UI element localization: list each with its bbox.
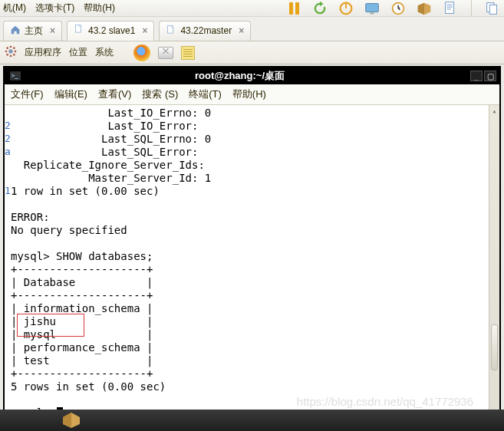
- terminal-line: Replicate_Ignore_Server_Ids:: [11, 159, 496, 172]
- shutdown-icon[interactable]: [338, 0, 354, 17]
- package-icon[interactable]: [416, 0, 433, 17]
- tab-master-close[interactable]: ×: [239, 25, 244, 36]
- terminal-body[interactable]: 2 2 a 1 Last_IO_Errno: 0 Last_IO_Error: …: [5, 105, 499, 418]
- terminal-line: [11, 237, 496, 250]
- terminal-line: +--------------------+: [11, 289, 496, 302]
- terminal-line: [11, 198, 496, 211]
- svg-rect-7: [489, 5, 496, 14]
- svg-point-12: [10, 55, 12, 58]
- terminal-line: mysql> SHOW databases;: [11, 250, 496, 263]
- svg-rect-5: [446, 2, 454, 13]
- system-menu[interactable]: 系统: [95, 46, 114, 59]
- taskbar-app-icon[interactable]: [61, 411, 81, 428]
- terminal-line: Last_SQL_Error:: [11, 146, 496, 159]
- tab-slave-label: 43.2 slave1: [88, 25, 135, 36]
- terminal-titlebar[interactable]: >_ root@zhang:~/桌面 _ ▢: [5, 67, 499, 84]
- mail-icon[interactable]: [158, 47, 173, 59]
- term-menu-view[interactable]: 查看(V): [98, 87, 131, 101]
- pause-icon[interactable]: [285, 0, 302, 17]
- terminal-scrollbar[interactable]: ▴ ▾: [489, 105, 499, 418]
- svg-point-16: [13, 54, 15, 56]
- terminal-line: ERROR:: [11, 211, 496, 224]
- terminal-line: | jishu |: [11, 315, 496, 328]
- menu-help[interactable]: 帮助(H): [84, 2, 115, 15]
- tab-master[interactable]: 43.22master ×: [159, 21, 251, 41]
- svg-point-15: [6, 47, 8, 49]
- gutter-num: 2: [5, 132, 11, 145]
- terminal-app-icon: >_: [5, 71, 26, 81]
- app-menu-bar: 机(M) 选项卡(T) 帮助(H): [0, 0, 504, 17]
- terminal-line: | test |: [11, 354, 496, 367]
- terminal-line: Last_IO_Error:: [11, 120, 496, 133]
- term-menu-file[interactable]: 文件(F): [11, 87, 44, 101]
- terminal-window: >_ root@zhang:~/桌面 _ ▢ 文件(F) 编辑(E) 查看(V)…: [3, 66, 501, 419]
- minimize-button[interactable]: _: [470, 71, 483, 81]
- tab-master-label: 43.22master: [180, 25, 232, 36]
- terminal-line: Last_SQL_Errno: 0: [11, 133, 496, 146]
- gutter-num: a: [5, 145, 11, 158]
- terminal-line: | information_schema |: [11, 302, 496, 315]
- tab-slave-close[interactable]: ×: [142, 25, 147, 36]
- places-menu[interactable]: 位置: [69, 46, 87, 59]
- svg-point-13: [5, 51, 8, 53]
- svg-point-11: [10, 46, 12, 48]
- terminal-line: 1 row in set (0.00 sec): [11, 185, 496, 198]
- gutter-num: 1: [5, 184, 11, 197]
- doc-icon[interactable]: [442, 0, 459, 17]
- menu-tabs[interactable]: 选项卡(T): [35, 2, 74, 15]
- page-icon: [74, 24, 84, 37]
- document-tabs: 主页 × 43.2 slave1 × 43.22master ×: [0, 17, 504, 41]
- firefox-icon[interactable]: [133, 44, 150, 61]
- svg-point-17: [6, 54, 8, 56]
- svg-rect-1: [345, 2, 347, 8]
- toolbar-separator: [471, 0, 472, 17]
- terminal-line: 5 rows in set (0.00 sec): [11, 380, 496, 393]
- scroll-thumb[interactable]: [491, 324, 498, 370]
- guest-taskbar[interactable]: [0, 410, 504, 431]
- page-icon: [166, 25, 176, 38]
- home-icon: [10, 25, 21, 38]
- term-menu-help[interactable]: 帮助(H): [232, 87, 266, 101]
- terminal-line: Last_IO_Errno: 0: [11, 107, 496, 120]
- term-menu-search[interactable]: 搜索 (S): [142, 87, 178, 101]
- svg-point-18: [13, 47, 15, 49]
- terminal-line: +--------------------+: [11, 367, 496, 380]
- svg-text:>_: >_: [12, 72, 19, 79]
- tab-home-label: 主页: [25, 25, 43, 38]
- system-gear-icon[interactable]: [5, 45, 17, 60]
- notes-icon[interactable]: [181, 46, 195, 60]
- svg-rect-3: [370, 12, 374, 14]
- reload-green-icon[interactable]: [311, 0, 328, 17]
- scroll-up-arrow[interactable]: ▴: [489, 105, 499, 116]
- tab-home-close[interactable]: ×: [50, 25, 55, 36]
- terminal-line: | mysql |: [11, 328, 496, 341]
- terminal-line: | Database |: [11, 276, 496, 289]
- terminal-line: [11, 393, 496, 406]
- copy-doc-icon[interactable]: [484, 0, 501, 17]
- terminal-line: +--------------------+: [11, 263, 496, 276]
- tab-slave[interactable]: 43.2 slave1 ×: [67, 21, 154, 41]
- terminal-menubar: 文件(F) 编辑(E) 查看(V) 搜索 (S) 终端(T) 帮助(H): [5, 84, 499, 105]
- term-menu-terminal[interactable]: 终端(T): [189, 87, 222, 101]
- terminal-line: | performance_schema |: [11, 341, 496, 354]
- tab-home[interactable]: 主页 ×: [3, 21, 62, 41]
- terminal-line: No query specified: [11, 224, 496, 237]
- terminal-title: root@zhang:~/桌面: [26, 69, 453, 83]
- maximize-button[interactable]: ▢: [484, 71, 496, 81]
- menu-machine[interactable]: 机(M): [3, 2, 26, 15]
- clock-icon[interactable]: [390, 0, 407, 17]
- gutter-num: 2: [5, 119, 11, 132]
- svg-rect-2: [366, 3, 379, 12]
- monitor-icon[interactable]: [364, 0, 380, 17]
- svg-point-10: [8, 49, 12, 53]
- terminal-line: Master_Server_Id: 1: [11, 172, 496, 185]
- guest-toolbar: 应用程序 位置 系统: [0, 41, 504, 64]
- apps-menu[interactable]: 应用程序: [25, 46, 61, 59]
- svg-point-14: [15, 51, 17, 53]
- term-menu-edit[interactable]: 编辑(E): [54, 87, 87, 101]
